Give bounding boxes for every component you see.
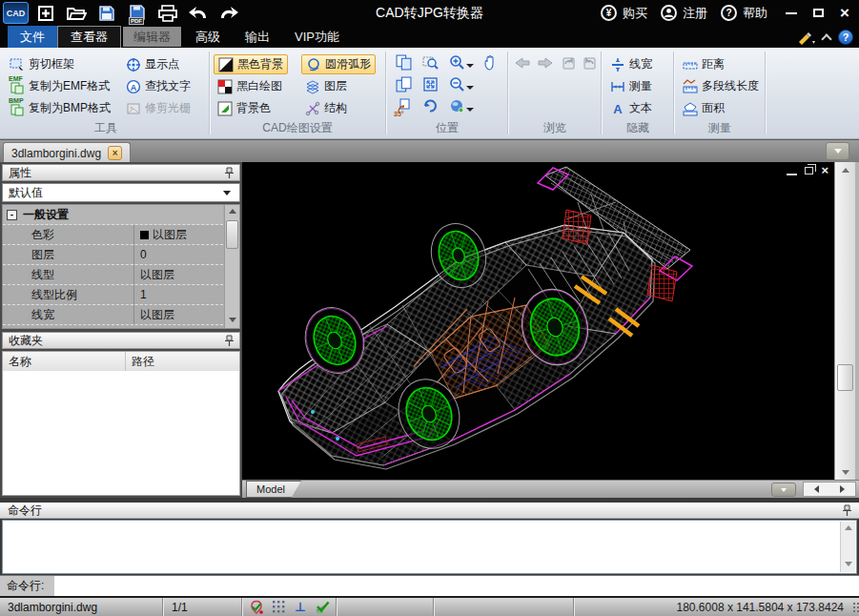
buy-icon[interactable]: ¥ [601,5,617,21]
zoom-extents-button[interactable] [420,74,440,93]
help-button[interactable]: 帮助 [743,5,767,22]
redo-button[interactable] [216,3,241,24]
scrollbar-thumb[interactable] [837,364,853,391]
view-back-button[interactable] [513,53,532,72]
tab-file[interactable]: 文件 [8,26,57,48]
collapse-ribbon-icon[interactable] [821,33,831,44]
document-tab[interactable]: 3dlamborgini.dwg × [3,142,131,163]
scrollbar-thumb[interactable] [226,220,238,249]
tab-advanced[interactable]: 高级 [183,26,233,48]
pin-icon[interactable] [224,167,234,179]
layout-dropdown[interactable] [771,483,796,497]
pen-tool-icon[interactable] [796,30,815,45]
view-forward-button[interactable] [536,53,555,72]
structure-button[interactable]: 结构 [301,98,351,118]
property-group-row[interactable]: - 一般设置 [3,205,223,225]
scroll-up-button[interactable] [835,162,855,177]
tab-model[interactable]: Model [246,481,301,498]
copy-view-button[interactable] [394,52,413,72]
document-close-icon[interactable]: × [108,146,122,160]
scroll-left-button[interactable] [804,483,829,496]
bw-drawing-button[interactable]: 黑白绘图 [214,76,286,96]
zoom-in-dropdown[interactable] [465,56,475,75]
favorites-list[interactable] [2,371,240,496]
canvas-restore-icon[interactable] [805,167,813,175]
scroll-down-icon[interactable] [229,318,236,322]
measure-hide-button[interactable]: 测量 [606,76,656,96]
ortho-toggle[interactable]: ⊥ [292,599,309,615]
view-undo-button[interactable] [559,53,578,72]
print-button[interactable] [155,3,180,24]
line-width-button[interactable]: 线宽 [606,54,656,74]
command-output-scrollbar[interactable] [840,522,855,572]
scroll-up-icon[interactable] [845,525,852,530]
scroll-up-icon[interactable] [229,209,236,214]
buy-button[interactable]: 购买 [623,5,647,22]
background-color-button[interactable]: 背景色 [214,98,275,118]
save-button[interactable] [94,3,119,24]
canvas-close-icon[interactable]: × [821,166,828,175]
preset-dropdown[interactable]: 默认值 [2,183,240,202]
copy-view2-button[interactable] [394,74,413,93]
copy-emf-button[interactable]: EMF 复制为EMF格式 [6,76,113,96]
pin-icon[interactable] [842,504,851,517]
tab-editor[interactable]: 编辑器 [123,27,181,47]
osnap-toggle[interactable] [314,599,331,615]
property-row[interactable]: 图层 0 [3,245,223,265]
property-row[interactable]: 线型 以图层 [3,265,223,285]
find-text-button[interactable]: A 查找文字 [122,76,194,96]
layers-button[interactable]: 图层 [301,76,351,96]
orbit-dropdown[interactable] [465,100,475,119]
pin-icon[interactable] [224,335,234,347]
rotate-view-button[interactable]: 35° [394,96,413,115]
property-row[interactable]: 线型比例 1 [3,285,223,305]
trim-raster-button[interactable]: 修剪光栅 [122,98,194,118]
drawing-canvas[interactable]: × [242,162,834,480]
property-row[interactable]: 色彩 以图层 [3,225,223,245]
refresh-view-button[interactable] [420,96,440,115]
scroll-right-button[interactable] [829,483,855,496]
open-file-button[interactable] [64,3,89,24]
new-file-button[interactable] [33,3,58,24]
command-output[interactable] [2,520,857,574]
polyline-length-button[interactable]: 多段线长度 [679,76,763,96]
property-row[interactable]: 线宽 以图层 [3,305,223,325]
clip-frame-button[interactable]: 剪切框架 [6,54,78,74]
distance-button[interactable]: 距离 [679,54,728,74]
pan-button[interactable] [480,52,499,72]
text-hide-button[interactable]: A 文本 [606,98,656,118]
tab-vip[interactable]: VIP功能 [282,26,352,48]
scroll-down-icon[interactable] [845,562,852,566]
zoom-out-dropdown[interactable] [465,78,475,97]
zoom-out-button[interactable] [447,74,466,93]
canvas-vertical-scrollbar[interactable] [834,162,855,480]
column-name[interactable]: 名称 [3,352,125,371]
snap-toggle[interactable] [248,599,265,615]
ribbon-help-icon[interactable]: ? [838,30,853,45]
black-background-toggle[interactable]: 黑色背景 [214,54,288,74]
view-redo-button[interactable] [580,53,599,72]
command-input[interactable] [54,576,859,596]
undo-button[interactable] [186,3,211,24]
tab-output[interactable]: 输出 [233,26,282,48]
minimize-button[interactable] [781,4,802,23]
app-logo-icon[interactable]: CAD [3,2,29,24]
register-button[interactable]: 注册 [683,5,707,22]
copy-bmp-button[interactable]: BMP 复制为BMP格式 [6,98,114,118]
scroll-down-button[interactable] [835,464,855,480]
close-button[interactable]: × [834,4,855,23]
collapse-icon[interactable]: - [7,210,17,220]
smooth-arc-toggle[interactable]: 圆滑弧形 [301,54,376,74]
grid-toggle[interactable] [270,599,287,615]
orbit-3d-button[interactable] [447,96,466,115]
resize-grip[interactable] [853,610,855,612]
tab-list-dropdown[interactable] [826,142,849,160]
area-button[interactable]: 面积 [679,98,728,118]
maximize-button[interactable] [808,4,828,23]
help-icon[interactable]: ? [721,5,737,21]
save-as-pdf-button[interactable]: PDF [125,3,150,24]
show-points-button[interactable]: 显示点 [122,54,183,74]
tab-viewer[interactable]: 查看器 [57,26,121,48]
zoom-window-button[interactable] [420,52,440,72]
canvas-minimize-icon[interactable] [787,174,797,175]
